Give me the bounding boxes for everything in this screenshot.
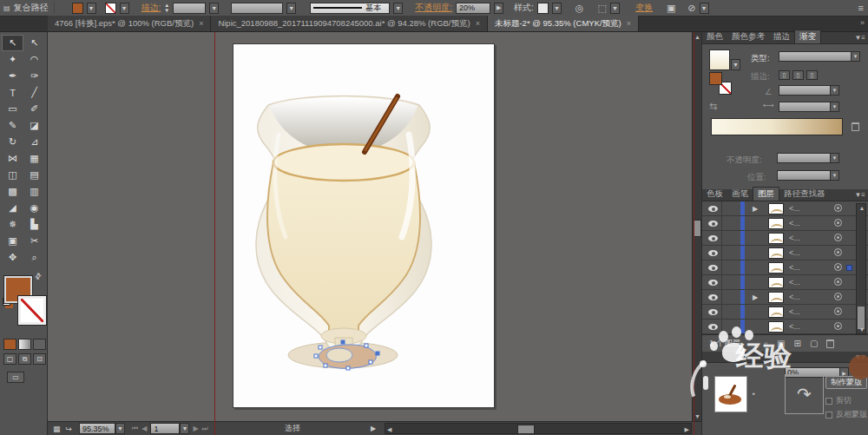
stroke-within-icon[interactable]: ▯ xyxy=(779,70,790,80)
selected-shape-hole[interactable] xyxy=(326,348,352,362)
layer-name-label[interactable]: <... xyxy=(789,263,800,272)
style-dropdown-icon[interactable]: ▼ xyxy=(552,3,562,14)
magic-wand-tool[interactable]: ✦ xyxy=(2,51,23,68)
first-artboard-icon[interactable]: ⏮ xyxy=(132,425,138,433)
opacity-field[interactable]: 20% xyxy=(456,3,490,14)
arrange-icon[interactable]: ↪ xyxy=(66,425,73,433)
visibility-eye-icon[interactable] xyxy=(708,221,718,227)
layer-row[interactable]: <... xyxy=(702,305,868,320)
variable-width-dropdown-icon[interactable]: ▼ xyxy=(286,3,296,14)
gradient-tool[interactable]: ▥ xyxy=(23,183,45,200)
panel-grid-icon[interactable]: ▤ xyxy=(3,4,10,12)
mask-target-area[interactable]: ↷ xyxy=(785,374,824,414)
make-clip-mask-icon[interactable]: ▣ xyxy=(777,339,785,348)
glass-artwork[interactable] xyxy=(233,44,496,409)
layer-row[interactable]: <... xyxy=(702,231,868,246)
panel-tab-menu-icon[interactable]: ▼≡ xyxy=(854,34,865,42)
vertical-scroll-thumb[interactable] xyxy=(694,220,701,237)
layer-thumbnail[interactable] xyxy=(768,306,784,318)
layer-row[interactable]: <... xyxy=(702,246,868,260)
draw-inside-button[interactable]: ⊡ xyxy=(33,353,46,365)
layer-name-label[interactable]: <... xyxy=(789,219,800,227)
panel-tab-路径查找器[interactable]: 路径查找器 xyxy=(779,188,830,201)
layer-target-icon[interactable] xyxy=(834,248,842,256)
new-layer-icon[interactable]: ▢ xyxy=(810,339,818,348)
invert-mask-checkbox-box[interactable] xyxy=(825,412,832,419)
liquid-surface[interactable] xyxy=(273,144,414,181)
mesh-tool[interactable]: ▩ xyxy=(2,183,23,200)
control-panel-menu-icon[interactable]: ≡ xyxy=(858,3,864,13)
layer-target-icon[interactable] xyxy=(834,234,842,241)
stroke-color-swatch[interactable] xyxy=(105,3,116,14)
stroke-weight-dropdown-icon[interactable]: ▼ xyxy=(209,3,219,14)
layer-thumbnail[interactable] xyxy=(768,247,784,259)
artboard-grid-icon[interactable]: ▦ xyxy=(53,425,61,433)
layer-thumbnail[interactable] xyxy=(768,233,784,244)
align-dropdown-icon[interactable]: ▼ xyxy=(610,3,620,14)
layer-thumbnail[interactable] xyxy=(768,203,784,214)
slice-tool[interactable]: ✂ xyxy=(23,233,45,249)
color-mode-button[interactable] xyxy=(3,339,16,350)
horizontal-scroll-thumb[interactable] xyxy=(517,425,535,434)
layer-name-label[interactable]: <... xyxy=(789,204,800,213)
aspect-ratio-icon[interactable]: ⟷ xyxy=(763,101,774,109)
reverse-gradient-icon[interactable]: ⇆ xyxy=(709,101,717,112)
free-transform-tool[interactable]: ▦ xyxy=(23,150,45,167)
close-tab-icon[interactable]: × xyxy=(627,19,631,28)
layer-row[interactable]: ▶<... xyxy=(702,290,868,305)
stroke-dropdown-icon[interactable]: ▼ xyxy=(120,3,129,14)
lasso-tool[interactable]: ◠ xyxy=(23,51,45,68)
rotate-tool[interactable]: ↻ xyxy=(2,134,23,150)
zoom-level-field[interactable]: 95.35% xyxy=(79,423,115,434)
close-tab-icon[interactable]: × xyxy=(476,19,480,28)
direct-selection-tool[interactable]: ↖ xyxy=(23,35,45,51)
scale-tool[interactable]: ⊿ xyxy=(23,134,45,150)
perspective-grid-tool[interactable]: ▤ xyxy=(23,167,45,183)
pen-tool[interactable]: ✒ xyxy=(2,68,23,84)
panel-tab-menu-icon[interactable]: ▼≡ xyxy=(854,191,865,199)
isolate-selected-icon[interactable]: ▣ xyxy=(667,3,675,14)
layer-target-icon[interactable] xyxy=(834,307,842,315)
layers-scrollbar[interactable]: ▲ ▼ xyxy=(856,203,866,334)
stroke-weight-stepper[interactable]: ▲▼ xyxy=(164,3,169,13)
brush-definition-field[interactable]: 基本 xyxy=(310,3,390,14)
fill-color-swatch[interactable] xyxy=(72,3,83,14)
opacity-dropdown-icon[interactable]: ▶ xyxy=(494,3,503,14)
artboard-number-field[interactable]: 1 xyxy=(150,423,180,434)
zoom-tool[interactable]: ⌕ xyxy=(23,249,45,266)
eyedropper-tool[interactable]: ◢ xyxy=(2,200,23,216)
layer-target-icon[interactable] xyxy=(834,263,842,271)
artboard-tool[interactable]: ▣ xyxy=(2,233,23,249)
layer-target-icon[interactable] xyxy=(834,322,842,330)
visibility-eye-icon[interactable] xyxy=(708,235,718,241)
eraser-tool[interactable]: ◪ xyxy=(23,117,45,134)
zoom-dropdown-icon[interactable]: ▼ xyxy=(115,423,125,434)
layer-row[interactable]: <... xyxy=(702,275,868,290)
layer-row[interactable]: ▶<... xyxy=(702,201,868,216)
panel-collapse-icon[interactable]: » xyxy=(860,18,865,27)
panel-tab-色板[interactable]: 色板 xyxy=(702,188,727,201)
align-icon[interactable]: ⬚ xyxy=(597,3,606,14)
locate-object-icon[interactable]: ⌕ xyxy=(763,339,768,349)
layer-thumbnail[interactable] xyxy=(768,321,784,333)
scroll-left-icon[interactable]: ◀ xyxy=(387,426,391,433)
layer-row[interactable]: <... xyxy=(702,320,868,334)
draw-normal-button[interactable]: ▢ xyxy=(3,353,16,365)
stop-location-field[interactable]: ▼ xyxy=(777,170,839,181)
panel-tab-颜色参考[interactable]: 颜色参考 xyxy=(727,30,769,43)
symbol-sprayer-tool[interactable]: ✵ xyxy=(2,216,23,233)
width-tool[interactable]: ⋈ xyxy=(2,150,23,167)
rectangle-tool[interactable]: ▭ xyxy=(2,101,23,117)
opacity-link[interactable]: 不透明度: xyxy=(415,2,452,14)
stop-opacity-field[interactable]: ▼ xyxy=(777,153,839,163)
layer-row[interactable]: <... xyxy=(702,216,868,231)
make-mask-button[interactable]: 制作蒙版 xyxy=(825,376,867,389)
select-similar-icon[interactable]: ⊘ xyxy=(687,3,695,14)
layer-target-icon[interactable] xyxy=(834,293,842,300)
clip-checkbox[interactable]: 剪切 xyxy=(825,395,852,406)
layers-scroll-down-icon[interactable]: ▼ xyxy=(857,326,867,333)
artboard[interactable] xyxy=(233,43,495,408)
expand-arrow-icon[interactable]: ▶ xyxy=(753,293,758,301)
last-artboard-icon[interactable]: ⏭ xyxy=(202,425,208,433)
gradient-aspect-field[interactable]: ▼ xyxy=(779,102,839,112)
